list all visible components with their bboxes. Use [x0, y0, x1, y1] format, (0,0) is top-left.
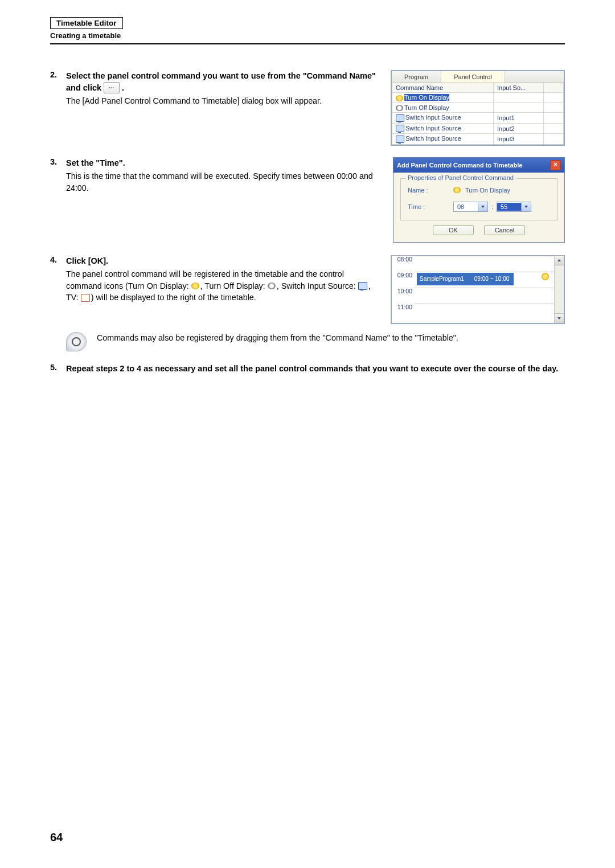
tv-icon: [81, 294, 90, 302]
group-legend: Properties of Panel Control Command: [405, 174, 516, 181]
dialog-title: Add Panel Control Command to Timetable: [397, 162, 522, 169]
bulb-on-icon: [453, 187, 461, 193]
monitor-icon: [396, 125, 404, 132]
name-label: Name :: [408, 187, 453, 194]
time-hour-combo[interactable]: 08: [453, 202, 488, 212]
step-4: 4. Click [OK]. The panel control command…: [50, 255, 565, 351]
tab-panel-control[interactable]: Panel Control: [441, 71, 505, 83]
dialog-buttons: OK Cancel: [400, 225, 557, 235]
page: Timetable Editor Creating a timetable 2.…: [0, 0, 615, 868]
table-row[interactable]: Switch Input Source Input2: [392, 123, 564, 134]
scroll-up-icon[interactable]: [555, 256, 564, 265]
step-list: 2. Select the panel control command you …: [50, 70, 565, 375]
table-row[interactable]: Switch Input Source Input3: [392, 134, 564, 145]
bulb-on-icon: [191, 282, 199, 289]
step-3-desc: This is the time that the command will b…: [66, 170, 383, 194]
add-command-dialog: Add Panel Control Command to Timetable ×…: [393, 157, 565, 243]
close-icon[interactable]: ×: [550, 160, 561, 170]
header-box: Timetable Editor: [50, 17, 123, 29]
bulb-on-icon: [542, 273, 549, 280]
time-label: Time :: [408, 203, 453, 210]
timetable-row: 08:00: [392, 256, 564, 272]
monitor-icon: [396, 136, 404, 143]
table-header-row: Command Name Input So...: [392, 83, 564, 93]
step-5-title: Repeat steps 2 to 4 as necessary and set…: [66, 363, 565, 375]
step-3-num: 3.: [50, 157, 66, 243]
step-5-num: 5.: [50, 363, 66, 375]
note-text: Commands may also be registered by dragg…: [97, 332, 458, 344]
col-command-name: Command Name: [392, 83, 494, 93]
row-name: Name : Turn On Display: [408, 187, 550, 194]
step-5: 5. Repeat steps 2 to 4 as necessary and …: [50, 363, 565, 375]
dialog-titlebar: Add Panel Control Command to Timetable ×: [393, 158, 564, 173]
scroll-down-icon[interactable]: [555, 313, 564, 323]
command-table: Command Name Input So... Turn On Display: [392, 83, 564, 145]
header-rule: [50, 43, 565, 44]
table-row[interactable]: Turn On Display: [392, 93, 564, 103]
step-3-title: Set the "Time".: [66, 157, 383, 169]
monitor-icon: [396, 114, 404, 122]
note: Commands may also be registered by dragg…: [66, 332, 565, 351]
monitor-icon: [358, 282, 367, 290]
row-time: Time : 08 : 55: [408, 202, 550, 212]
step-2: 2. Select the panel control command you …: [50, 70, 565, 146]
step-2-desc: The [Add Panel Control Command to Timeta…: [66, 95, 380, 107]
tip-icon: [66, 332, 87, 351]
ok-button[interactable]: OK: [433, 225, 474, 235]
page-number: 64: [50, 831, 63, 844]
tab-program[interactable]: Program: [392, 71, 441, 83]
dialog-body: Properties of Panel Control Command Name…: [393, 173, 564, 242]
header-sub: Creating a timetable: [50, 31, 565, 40]
timetable-row: 10:00: [392, 288, 564, 304]
scrollbar[interactable]: [554, 256, 564, 323]
timetable-block[interactable]: SampleProgram1 09:00 ~ 10:00: [417, 273, 514, 285]
bulb-off-icon: [396, 105, 403, 111]
bulb-off-icon: [268, 282, 276, 289]
step-4-title: Click [OK].: [66, 255, 380, 267]
table-row[interactable]: Turn Off Display: [392, 103, 564, 113]
col-input-source: Input So...: [494, 83, 544, 93]
timetable-row: 11:00: [392, 304, 564, 320]
tab-bar: Program Panel Control: [392, 71, 564, 83]
chevron-down-icon: [521, 202, 531, 211]
timetable-view: 08:00 09:00 10:00: [391, 255, 565, 324]
name-value: Turn On Display: [465, 187, 510, 194]
chevron-down-icon: [478, 202, 487, 211]
panel-control-panel: Program Panel Control Command Name Input…: [391, 70, 565, 146]
ellipsis-button-icon: [104, 82, 120, 93]
step-4-desc: The panel control command will be regist…: [66, 268, 380, 304]
step-4-num: 4.: [50, 255, 66, 351]
time-minute-combo[interactable]: 55: [497, 202, 531, 212]
step-3: 3. Set the "Time". This is the time that…: [50, 157, 565, 243]
step-2-num: 2.: [50, 70, 66, 146]
cancel-button[interactable]: Cancel: [484, 225, 525, 235]
properties-group: Properties of Panel Control Command Name…: [400, 178, 557, 220]
bulb-on-icon: [396, 95, 403, 101]
header: Timetable Editor Creating a timetable: [50, 17, 565, 44]
step-2-title: Select the panel control command you wan…: [66, 70, 380, 94]
table-row[interactable]: Switch Input Source Input1: [392, 113, 564, 124]
